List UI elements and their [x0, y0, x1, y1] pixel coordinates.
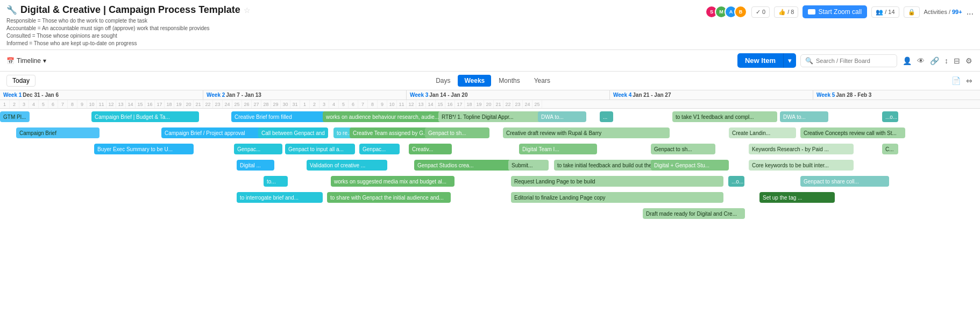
filter-icon[interactable]: ⊟ — [953, 55, 961, 66]
gantt-bar[interactable]: works on suggested media mix and budget … — [331, 176, 455, 187]
gantt-bar[interactable]: Genpact to share coll... — [800, 176, 889, 187]
day-number: 21 — [494, 100, 503, 108]
more-options-button[interactable]: ... — [967, 7, 974, 17]
day-number: 9 — [77, 100, 87, 108]
gantt-bar[interactable]: Campaign Brief | Budget & Ta... — [91, 111, 199, 122]
gantt-bar[interactable]: Genpac... — [359, 144, 400, 154]
day-number: 12 — [407, 100, 416, 108]
day-number: 15 — [136, 100, 145, 108]
search-input[interactable] — [816, 58, 892, 64]
gantt-bar[interactable]: Editorial to finalize Landing Page copy — [511, 192, 723, 203]
day-number: 11 — [97, 100, 106, 108]
gantt-bar[interactable]: ... — [600, 111, 613, 122]
gantt-bar[interactable]: Draft made ready for Digital and Cre... — [643, 208, 745, 219]
check-stat[interactable]: ✓ 0 — [751, 6, 770, 18]
header-left: 🔧 Digital & Creative | Campaign Process … — [6, 4, 705, 47]
link-icon[interactable]: 🔗 — [929, 55, 940, 66]
zoom-call-button[interactable]: Start Zoom call — [803, 5, 867, 18]
tab-weeks[interactable]: Weeks — [458, 75, 491, 87]
gantt-bar[interactable]: Call between Genpact and — [258, 127, 328, 138]
eye-icon[interactable]: 👁 — [916, 55, 926, 66]
lock-icon: 🔒 — [908, 9, 915, 16]
gantt-bar[interactable]: Digital + Genpact Stu... — [651, 160, 729, 171]
new-item-button[interactable]: New Item — [737, 53, 783, 68]
day-number: 22 — [503, 100, 513, 108]
settings-icon[interactable]: ⚙ — [964, 55, 974, 66]
tab-months[interactable]: Months — [492, 75, 526, 87]
gantt-bar[interactable]: Creative Concepts review call with St... — [800, 127, 905, 138]
gantt-bar[interactable]: works on audience behaviour research, au… — [323, 111, 446, 122]
gantt-bar[interactable]: DWA to... — [538, 111, 586, 122]
toolbar-icons: 👤 👁 🔗 ↕ ⊟ ⚙ — [901, 55, 974, 66]
day-number: 1 — [0, 100, 10, 108]
day-number: 18 — [165, 100, 174, 108]
tab-years[interactable]: Years — [528, 75, 557, 87]
day-number: 17 — [455, 100, 465, 108]
gantt-bar[interactable]: Create Landin... — [729, 127, 796, 138]
gantt-bar[interactable]: Submit... — [508, 160, 549, 171]
day-number: 20 — [184, 100, 194, 108]
gantt-bar[interactable]: Creativ... — [409, 144, 452, 154]
gantt-bar[interactable]: Validation of creative ... — [307, 160, 387, 171]
gantt-bar[interactable]: Buyer Exec Summary to be U... — [94, 144, 194, 154]
gantt-bar[interactable]: to share with Genpact the initial audien… — [327, 192, 451, 203]
day-number: 5 — [339, 100, 349, 108]
gantt-bar[interactable]: RTB*/ 1. Topline Digital Appr... — [438, 111, 543, 122]
gantt-bar[interactable]: GTM Pl... — [0, 111, 30, 122]
gantt-bar[interactable]: DWA to... — [780, 111, 828, 122]
page-header: 🔧 Digital & Creative | Campaign Process … — [0, 0, 980, 50]
gantt-bar[interactable]: Digital ... — [237, 160, 274, 171]
gantt-area: GTM Pl...Campaign Brief | Budget & Ta...… — [0, 109, 980, 224]
day-number: 19 — [474, 100, 484, 108]
gantt-bar[interactable]: ...o... — [728, 176, 744, 187]
tab-days[interactable]: Days — [429, 75, 457, 87]
day-number: 22 — [203, 100, 213, 108]
gantt-bar[interactable]: Genpact Studios crea... — [414, 160, 511, 171]
new-item-dropdown-button[interactable]: ▾ — [783, 53, 796, 68]
person-filter-icon[interactable]: 👤 — [901, 55, 913, 66]
day-number: 1 — [300, 100, 310, 108]
star-icon[interactable]: ☆ — [244, 6, 251, 15]
gantt-bar[interactable]: Creative draft review with Rupal & Barry — [503, 127, 670, 138]
gantt-bar[interactable]: Genpact to input all a... — [285, 144, 355, 154]
date-navigation: Today Days Weeks Months Years 📄 ⇔ — [0, 72, 980, 90]
gantt-bar[interactable]: Creative Brief form filled — [231, 111, 333, 122]
gantt-bar[interactable]: Request Landing Page to be build — [511, 176, 723, 187]
title-row: 🔧 Digital & Creative | Campaign Process … — [6, 4, 705, 16]
day-number: 3 — [319, 100, 329, 108]
collapse-icon[interactable]: 📄 — [950, 75, 962, 86]
activities-button[interactable]: Activities / 99+ — [924, 9, 962, 15]
thumbs-stat[interactable]: 👍 / 8 — [774, 6, 798, 18]
day-number: 16 — [145, 100, 155, 108]
gantt-bar[interactable]: Genpac... — [234, 144, 282, 154]
gantt-bar[interactable]: to take V1 feedback and compl... — [672, 111, 777, 122]
day-number: 24 — [523, 100, 532, 108]
day-number: 7 — [358, 100, 368, 108]
gantt-bar[interactable]: Genpact to sh... — [425, 127, 489, 138]
people-stat[interactable]: 👥 / 14 — [871, 6, 899, 18]
raci-description: Responsible = Those who do the work to c… — [6, 17, 705, 47]
sort-icon[interactable]: ↕ — [943, 55, 949, 66]
lock-icon-stat[interactable]: 🔒 — [904, 6, 920, 18]
gantt-bar[interactable]: Digital Team I... — [519, 144, 597, 154]
toolbar: 📅 Timeline ▾ New Item ▾ 🔍 👤 👁 🔗 ↕ ⊟ ⚙ — [0, 50, 980, 72]
gantt-bar[interactable]: Genpact to sh... — [651, 144, 715, 154]
day-number: 23 — [513, 100, 523, 108]
day-number: 26 — [242, 100, 252, 108]
timeline-icon: 📅 — [6, 57, 15, 65]
gantt-bar[interactable]: Campaign Brief / Project approval — [161, 127, 264, 138]
gantt-bar[interactable]: to interrogate brief and... — [237, 192, 323, 203]
gantt-bar[interactable]: to... — [264, 176, 288, 187]
gantt-bar[interactable]: Set up the tag ... — [759, 192, 835, 203]
timeline-view-button[interactable]: 📅 Timeline ▾ — [6, 57, 46, 65]
expand-icon[interactable]: ⇔ — [965, 75, 974, 86]
gantt-bar[interactable]: Core keywords to be built inter... — [749, 160, 854, 171]
gantt-bar[interactable]: Keywords Research - by Paid ... — [749, 144, 854, 154]
today-button[interactable]: Today — [6, 75, 35, 87]
chevron-down-icon: ▾ — [43, 57, 46, 65]
gantt-bar[interactable]: ...o... — [882, 111, 898, 122]
gantt-bar[interactable]: C... — [882, 144, 898, 154]
day-number: 15 — [436, 100, 445, 108]
gantt-bar[interactable]: Campaign Brief — [16, 127, 100, 138]
day-number: 29 — [271, 100, 281, 108]
